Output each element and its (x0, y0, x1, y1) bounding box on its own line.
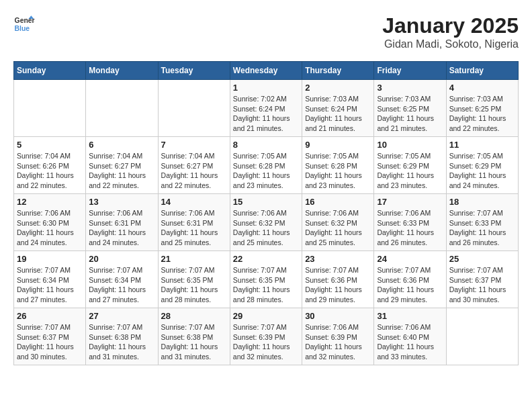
calendar-cell: 23Sunrise: 7:07 AM Sunset: 6:36 PM Dayli… (302, 251, 374, 308)
day-info: Sunrise: 7:04 AM Sunset: 6:27 PM Dayligh… (161, 151, 227, 191)
day-number: 14 (161, 197, 227, 207)
day-number: 17 (377, 197, 443, 207)
day-number: 9 (305, 140, 371, 150)
calendar-cell (14, 80, 86, 137)
calendar-cell: 18Sunrise: 7:07 AM Sunset: 6:33 PM Dayli… (446, 194, 518, 251)
day-number: 27 (89, 311, 154, 321)
calendar-cell: 7Sunrise: 7:04 AM Sunset: 6:27 PM Daylig… (158, 137, 230, 194)
calendar-cell: 1Sunrise: 7:02 AM Sunset: 6:24 PM Daylig… (230, 80, 302, 137)
day-number: 16 (305, 197, 371, 207)
day-number: 4 (449, 83, 515, 93)
calendar-week-4: 19Sunrise: 7:07 AM Sunset: 6:34 PM Dayli… (14, 251, 519, 308)
day-info: Sunrise: 7:06 AM Sunset: 6:32 PM Dayligh… (233, 208, 299, 248)
calendar-cell: 28Sunrise: 7:07 AM Sunset: 6:38 PM Dayli… (158, 308, 230, 365)
calendar-cell (446, 308, 518, 365)
calendar-cell: 30Sunrise: 7:06 AM Sunset: 6:39 PM Dayli… (302, 308, 374, 365)
day-info: Sunrise: 7:03 AM Sunset: 6:25 PM Dayligh… (377, 94, 443, 134)
calendar-cell: 13Sunrise: 7:06 AM Sunset: 6:31 PM Dayli… (86, 194, 158, 251)
day-info: Sunrise: 7:07 AM Sunset: 6:35 PM Dayligh… (233, 265, 299, 305)
calendar-cell: 22Sunrise: 7:07 AM Sunset: 6:35 PM Dayli… (230, 251, 302, 308)
calendar-cell: 5Sunrise: 7:04 AM Sunset: 6:26 PM Daylig… (14, 137, 86, 194)
calendar-cell: 3Sunrise: 7:03 AM Sunset: 6:25 PM Daylig… (374, 80, 446, 137)
weekday-header-monday: Monday (86, 62, 158, 80)
calendar-cell: 24Sunrise: 7:07 AM Sunset: 6:36 PM Dayli… (374, 251, 446, 308)
day-info: Sunrise: 7:07 AM Sunset: 6:37 PM Dayligh… (17, 322, 83, 362)
day-number: 5 (17, 140, 83, 150)
day-number: 24 (377, 254, 443, 264)
day-number: 22 (233, 254, 299, 264)
day-number: 13 (89, 197, 154, 207)
day-number: 11 (449, 140, 515, 150)
day-info: Sunrise: 7:05 AM Sunset: 6:29 PM Dayligh… (449, 151, 515, 191)
calendar-cell: 4Sunrise: 7:03 AM Sunset: 6:25 PM Daylig… (446, 80, 518, 137)
day-number: 18 (449, 197, 515, 207)
calendar-cell: 26Sunrise: 7:07 AM Sunset: 6:37 PM Dayli… (14, 308, 86, 365)
calendar-cell: 9Sunrise: 7:05 AM Sunset: 6:28 PM Daylig… (302, 137, 374, 194)
day-info: Sunrise: 7:05 AM Sunset: 6:28 PM Dayligh… (233, 151, 299, 191)
title-block: January 2025 Gidan Madi, Sokoto, Nigeria (382, 13, 519, 50)
calendar-week-1: 1Sunrise: 7:02 AM Sunset: 6:24 PM Daylig… (14, 80, 519, 137)
day-info: Sunrise: 7:06 AM Sunset: 6:40 PM Dayligh… (377, 322, 443, 362)
calendar-week-5: 26Sunrise: 7:07 AM Sunset: 6:37 PM Dayli… (14, 308, 519, 365)
weekday-header-sunday: Sunday (14, 62, 86, 80)
day-info: Sunrise: 7:07 AM Sunset: 6:34 PM Dayligh… (89, 265, 154, 305)
calendar-cell: 11Sunrise: 7:05 AM Sunset: 6:29 PM Dayli… (446, 137, 518, 194)
day-info: Sunrise: 7:07 AM Sunset: 6:38 PM Dayligh… (161, 322, 227, 362)
day-number: 6 (89, 140, 154, 150)
day-info: Sunrise: 7:02 AM Sunset: 6:24 PM Dayligh… (233, 94, 299, 134)
calendar-cell: 19Sunrise: 7:07 AM Sunset: 6:34 PM Dayli… (14, 251, 86, 308)
calendar-cell: 29Sunrise: 7:07 AM Sunset: 6:39 PM Dayli… (230, 308, 302, 365)
day-number: 28 (161, 311, 227, 321)
day-number: 21 (161, 254, 227, 264)
calendar-title: January 2025 (382, 13, 519, 38)
day-number: 20 (89, 254, 154, 264)
day-info: Sunrise: 7:03 AM Sunset: 6:25 PM Dayligh… (449, 94, 515, 134)
day-number: 26 (17, 311, 83, 321)
day-number: 25 (449, 254, 515, 264)
day-info: Sunrise: 7:06 AM Sunset: 6:32 PM Dayligh… (305, 208, 371, 248)
day-number: 31 (377, 311, 443, 321)
day-number: 3 (377, 83, 443, 93)
svg-text:Blue: Blue (15, 25, 30, 32)
weekday-header-tuesday: Tuesday (158, 62, 230, 80)
weekday-header-row: SundayMondayTuesdayWednesdayThursdayFrid… (14, 62, 519, 80)
day-info: Sunrise: 7:07 AM Sunset: 6:36 PM Dayligh… (377, 265, 443, 305)
day-number: 8 (233, 140, 299, 150)
day-info: Sunrise: 7:05 AM Sunset: 6:29 PM Dayligh… (377, 151, 443, 191)
day-number: 10 (377, 140, 443, 150)
day-info: Sunrise: 7:07 AM Sunset: 6:38 PM Dayligh… (89, 322, 154, 362)
day-info: Sunrise: 7:06 AM Sunset: 6:31 PM Dayligh… (161, 208, 227, 248)
day-number: 15 (233, 197, 299, 207)
day-info: Sunrise: 7:04 AM Sunset: 6:27 PM Dayligh… (89, 151, 154, 191)
day-info: Sunrise: 7:06 AM Sunset: 6:30 PM Dayligh… (17, 208, 83, 248)
calendar-cell: 25Sunrise: 7:07 AM Sunset: 6:37 PM Dayli… (446, 251, 518, 308)
calendar-week-2: 5Sunrise: 7:04 AM Sunset: 6:26 PM Daylig… (14, 137, 519, 194)
day-info: Sunrise: 7:07 AM Sunset: 6:35 PM Dayligh… (161, 265, 227, 305)
day-number: 29 (233, 311, 299, 321)
calendar-cell: 12Sunrise: 7:06 AM Sunset: 6:30 PM Dayli… (14, 194, 86, 251)
day-number: 7 (161, 140, 227, 150)
day-info: Sunrise: 7:07 AM Sunset: 6:36 PM Dayligh… (305, 265, 371, 305)
calendar-cell: 20Sunrise: 7:07 AM Sunset: 6:34 PM Dayli… (86, 251, 158, 308)
day-info: Sunrise: 7:05 AM Sunset: 6:28 PM Dayligh… (305, 151, 371, 191)
calendar-cell: 21Sunrise: 7:07 AM Sunset: 6:35 PM Dayli… (158, 251, 230, 308)
day-number: 12 (17, 197, 83, 207)
day-info: Sunrise: 7:06 AM Sunset: 6:31 PM Dayligh… (89, 208, 154, 248)
calendar-cell: 15Sunrise: 7:06 AM Sunset: 6:32 PM Dayli… (230, 194, 302, 251)
logo-icon: General Blue (13, 13, 35, 35)
calendar-cell: 6Sunrise: 7:04 AM Sunset: 6:27 PM Daylig… (86, 137, 158, 194)
calendar-cell: 8Sunrise: 7:05 AM Sunset: 6:28 PM Daylig… (230, 137, 302, 194)
logo: General Blue (13, 13, 35, 35)
day-info: Sunrise: 7:07 AM Sunset: 6:33 PM Dayligh… (449, 208, 515, 248)
calendar-week-3: 12Sunrise: 7:06 AM Sunset: 6:30 PM Dayli… (14, 194, 519, 251)
day-info: Sunrise: 7:06 AM Sunset: 6:33 PM Dayligh… (377, 208, 443, 248)
day-info: Sunrise: 7:03 AM Sunset: 6:24 PM Dayligh… (305, 94, 371, 134)
page-header: General Blue January 2025 Gidan Madi, So… (13, 13, 519, 50)
day-number: 1 (233, 83, 299, 93)
day-number: 30 (305, 311, 371, 321)
calendar-subtitle: Gidan Madi, Sokoto, Nigeria (382, 38, 519, 50)
day-number: 2 (305, 83, 371, 93)
calendar-cell: 16Sunrise: 7:06 AM Sunset: 6:32 PM Dayli… (302, 194, 374, 251)
day-info: Sunrise: 7:07 AM Sunset: 6:39 PM Dayligh… (233, 322, 299, 362)
calendar-cell: 17Sunrise: 7:06 AM Sunset: 6:33 PM Dayli… (374, 194, 446, 251)
